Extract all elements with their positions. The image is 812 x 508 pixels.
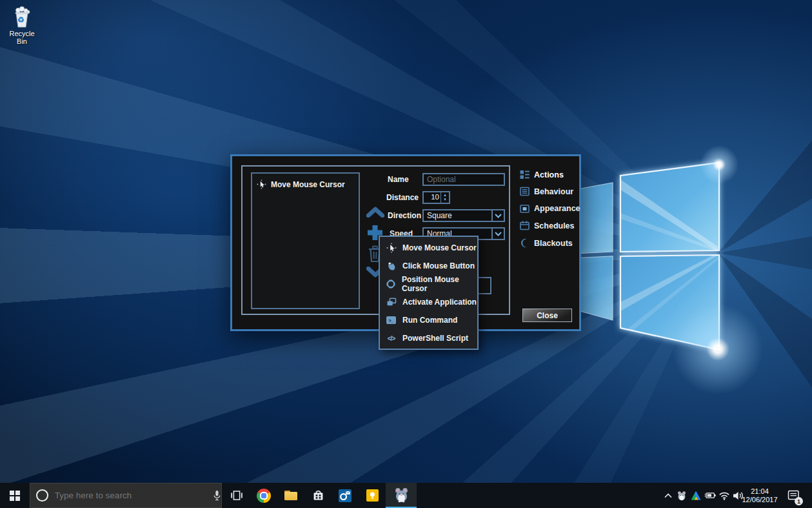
spin-up-icon[interactable]: ▲ [443, 193, 447, 198]
list-item[interactable]: Move Mouse Cursor [252, 174, 359, 189]
wifi-icon [718, 491, 730, 500]
clock-date: 12/06/2017 [742, 496, 777, 504]
clock-time: 21:04 [751, 487, 769, 496]
tray-show-hidden-icons[interactable] [662, 483, 675, 508]
spin-down-icon[interactable]: ▼ [443, 198, 447, 202]
distance-stepper[interactable]: 10 ▲ ▼ [422, 191, 450, 204]
chevron-up-icon [366, 207, 384, 218]
close-button[interactable]: Close [522, 309, 572, 322]
tray-battery-icon[interactable] [703, 483, 717, 508]
chevron-up-icon [664, 493, 672, 498]
menu-item-run-command[interactable]: >_ Run Command [380, 311, 477, 329]
nav-item-blackouts[interactable]: Blackouts [520, 238, 573, 249]
direction-value: Square [424, 210, 491, 221]
actions-listbox[interactable]: Move Mouse Cursor [251, 172, 360, 309]
move-up-button[interactable] [366, 206, 384, 218]
menu-item-label: Click Mouse Button [402, 261, 475, 270]
start-button[interactable] [0, 483, 30, 508]
nav-item-appearance[interactable]: Appearance [520, 203, 580, 214]
click-mouse-button-icon [386, 261, 397, 271]
notification-badge: 1 [795, 497, 803, 505]
taskbar-app-move-mouse-active[interactable] [386, 483, 417, 508]
nav-item-schedules[interactable]: Schedules [520, 220, 575, 231]
dropdown-chevron-icon [495, 232, 502, 236]
mouse-tray-icon [677, 491, 687, 501]
outlook-icon [339, 489, 352, 502]
dropdown-chevron-icon [495, 214, 502, 218]
nav-label: Appearance [534, 204, 580, 213]
nav-label: Blackouts [534, 239, 573, 248]
activate-application-icon [386, 297, 397, 307]
move-mouse-cursor-icon [257, 179, 266, 189]
menu-item-label: PowerShell Script [402, 334, 468, 343]
store-icon [312, 489, 324, 502]
nav-label: Actions [534, 170, 564, 179]
taskbar: 21:04 12/06/2017 1 [0, 483, 812, 508]
name-label: Name [388, 173, 409, 186]
menu-item-label: Activate Application [402, 298, 477, 307]
tray-move-mouse-icon[interactable] [675, 483, 689, 508]
close-button-label: Close [537, 311, 558, 320]
cortana-icon [36, 489, 48, 502]
position-mouse-cursor-icon [386, 279, 396, 289]
search-input[interactable] [55, 491, 188, 500]
move-mouse-cursor-icon [386, 243, 397, 253]
powershell-script-icon: </> [388, 335, 395, 342]
action-center-button[interactable]: 1 [784, 483, 804, 508]
menu-item-powershell-script[interactable]: </> PowerShell Script [380, 329, 477, 347]
partially-hidden-checkbox[interactable] [477, 277, 491, 294]
tray-google-drive-icon[interactable] [689, 483, 703, 508]
menu-item-position-mouse-cursor[interactable]: Position Mouse Cursor [380, 275, 477, 293]
microphone-icon[interactable] [213, 490, 221, 501]
task-view-icon [230, 490, 243, 501]
taskbar-app-chrome[interactable] [250, 483, 277, 508]
menu-item-label: Run Command [402, 316, 457, 325]
taskbar-app-outlook[interactable] [332, 483, 359, 508]
direction-dropdown[interactable]: Square [422, 209, 505, 222]
taskbar-app-store[interactable] [304, 483, 332, 508]
menu-item-label: Position Mouse Cursor [402, 275, 477, 293]
windows-logo-icon [10, 491, 20, 501]
wallpaper-sparkle-top [700, 145, 738, 184]
nav-label: Schedules [534, 221, 575, 230]
menu-item-label: Move Mouse Cursor [402, 243, 477, 252]
desktop: ♻ Recycle Bin Move Mouse Cursor [0, 0, 812, 508]
google-drive-icon [691, 491, 701, 500]
taskbar-app-file-explorer[interactable] [277, 483, 304, 508]
direction-label: Direction [388, 209, 421, 222]
move-mouse-app-icon [393, 487, 410, 503]
file-explorer-icon [284, 491, 297, 500]
recycle-bin-label: Recycle Bin [4, 30, 40, 45]
nav-item-behaviour[interactable]: Behaviour [520, 186, 573, 197]
recycle-symbol: ♻ [17, 15, 25, 25]
menu-item-move-mouse-cursor[interactable]: Move Mouse Cursor [380, 239, 477, 257]
task-view-button[interactable] [223, 483, 250, 508]
nav-item-actions[interactable]: Actions [520, 169, 564, 180]
run-command-icon: >_ [386, 316, 396, 324]
menu-item-activate-application[interactable]: Activate Application [380, 293, 477, 311]
menu-item-click-mouse-button[interactable]: Click Mouse Button [380, 257, 477, 275]
lightbulb-note-icon [366, 489, 379, 502]
distance-value: 10 [424, 192, 441, 203]
nav-label: Behaviour [534, 187, 573, 196]
list-item-label: Move Mouse Cursor [271, 180, 345, 189]
schedules-icon [520, 221, 530, 230]
battery-plugged-icon [704, 491, 717, 500]
recycle-bin-shortcut[interactable]: ♻ Recycle Bin [4, 5, 40, 45]
actions-icon [520, 170, 530, 179]
taskbar-app-keep-notes[interactable] [359, 483, 386, 508]
wallpaper-sparkle-bottom [673, 304, 763, 394]
chrome-icon [257, 489, 271, 503]
tray-wifi-icon[interactable] [717, 483, 731, 508]
taskbar-search[interactable] [30, 483, 222, 508]
distance-label: Distance [386, 191, 419, 204]
behaviour-icon [520, 187, 530, 196]
appearance-icon [520, 204, 530, 214]
tray-clock[interactable]: 21:04 12/06/2017 [739, 483, 780, 508]
add-action-context-menu: Move Mouse Cursor Click Mouse Button Pos… [379, 236, 479, 350]
name-input[interactable] [422, 173, 505, 186]
blackouts-icon [520, 238, 530, 248]
